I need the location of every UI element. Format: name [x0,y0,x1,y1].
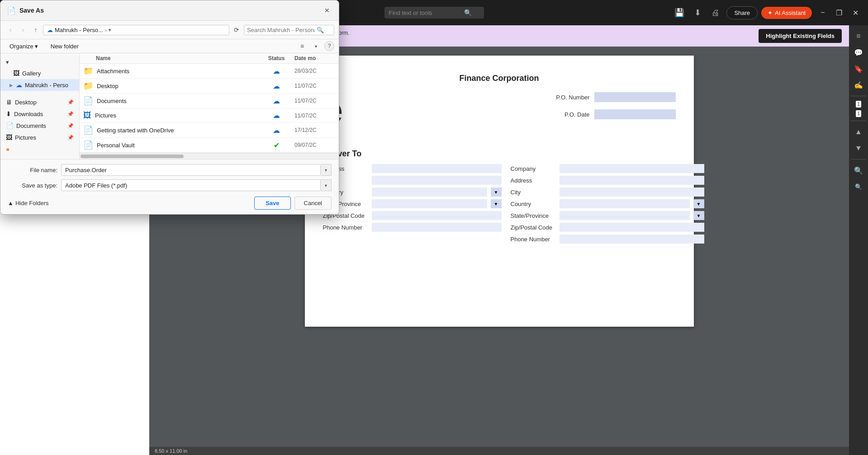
del-address-input[interactable] [560,176,704,185]
nav-item-pictures[interactable]: 🖼 Pictures 📌 [0,131,79,143]
horizontal-scrollbar[interactable] [80,153,339,159]
save-as-dialog[interactable]: 📄 Save As ✕ ‹ › ↑ ☁ Mahrukh - Perso... ›… [0,0,339,215]
file-date-desktop: 11/07/2C [294,83,335,89]
file-row-personal-vault[interactable]: 📄 Personal Vault ✔ 09/07/2C [80,138,339,153]
breadcrumb-dropdown-btn[interactable]: ▾ [109,27,111,33]
file-status-pictures: ☁ [258,111,294,120]
del-city-input[interactable] [560,188,704,197]
scroll-up-icon[interactable]: ▲ [851,125,866,139]
scrollbar-thumb[interactable] [81,155,184,158]
del-phone-row: Phone Number [511,235,704,244]
file-name-desktop: Desktop [97,83,258,89]
po-number-field[interactable] [594,92,676,102]
properties-icon[interactable]: ≡ [851,29,866,43]
mahrukh-label: Mahrukh - Perso [25,82,74,89]
del-state-dropdown-btn[interactable]: ▼ [693,211,704,220]
new-folder-button[interactable]: New folder [46,42,83,51]
bookmarks-icon[interactable]: 🔖 [851,61,866,76]
dialog-title-text: Save As [19,7,318,14]
del-address-row: Address [511,176,704,185]
bill-zip-input[interactable] [372,211,502,220]
highlight-existing-fields-button[interactable]: Highlight Existing Fields [759,29,842,43]
nav-forward-button[interactable]: › [18,24,28,35]
dialog-titlebar: 📄 Save As ✕ [0,0,339,21]
comments-icon[interactable]: 💬 [851,45,866,60]
gallery-icon: 🖼 [13,70,19,77]
file-name-input[interactable] [61,164,321,176]
dialog-search-box[interactable]: 🔍 [244,25,334,35]
state-dropdown-btn[interactable]: ▼ [491,199,502,208]
save-type-dropdown-btn[interactable]: ▾ [321,179,332,191]
dialog-close-button[interactable]: ✕ [322,5,332,16]
dialog-footer-buttons: Save Cancel [254,197,332,210]
country-dropdown-btn[interactable]: ▼ [491,188,502,197]
search-input[interactable] [389,9,461,16]
file-name-attachments: Attachments [97,68,258,75]
breadcrumb-bar: ☁ Mahrukh - Perso... › ▾ [43,25,229,35]
pin-icon-4: 📌 [67,135,74,141]
nav-refresh-button[interactable]: ⟳ [231,24,242,35]
file-name-dropdown-btn[interactable]: ▾ [321,164,332,176]
bill-city-input[interactable] [372,176,502,185]
del-phone-input[interactable] [560,235,704,244]
bill-phone-row: Phone Number [323,223,502,232]
file-status-documents: ☁ [258,97,294,105]
maximize-button[interactable]: ❐ [832,5,846,20]
minimize-button[interactable]: − [816,5,830,20]
del-country-dropdown-btn[interactable]: ▼ [693,199,704,208]
nav-item-downloads[interactable]: ⬇ Downloads 📌 [0,108,79,120]
hide-folders-toggle[interactable]: ▲ Hide Folders [8,198,49,206]
save-cloud-icon[interactable]: 💾 [672,5,687,20]
file-row-documents[interactable]: 📄 Documents ☁ 11/07/2C [80,94,339,108]
download-icon[interactable]: ⬇ [690,5,705,20]
del-state-input[interactable] [560,211,690,220]
view-toggle-button[interactable]: ≡ [297,41,307,51]
bill-phone-input[interactable] [372,223,502,232]
del-country-input[interactable] [560,199,690,208]
nav-item-mahrukh[interactable]: ▶ ☁ Mahrukh - Perso [0,79,79,91]
nav-back-button[interactable]: ‹ [5,24,16,35]
share-button[interactable]: Share [726,6,758,19]
save-button[interactable]: Save [254,197,290,210]
file-row-getting-started[interactable]: 📄 Getting started with OneDrive ☁ 17/12/… [80,123,339,138]
po-date-field[interactable] [594,109,676,119]
po-date-row: P.O. Date [545,109,676,119]
save-type-input[interactable] [61,179,321,191]
bill-state-input[interactable] [372,199,487,208]
dialog-toolbar-row: Organize ▾ New folder ≡ ▾ ? [0,39,339,53]
file-row-pictures[interactable]: 🖼 Pictures ☁ 11/07/2C [80,108,339,123]
search-bar[interactable]: 🔍 [384,7,484,19]
zoom-out-icon[interactable]: 🔍 [851,179,866,194]
phone-label: Phone Number [323,224,368,231]
signatures-icon[interactable]: ✍ [851,78,866,92]
nav-item-documents[interactable]: 📄 Documents 📌 [0,120,79,131]
del-address-label: Address [511,177,556,184]
nav-expand-toggle[interactable]: ▾ [0,57,79,67]
scroll-down-icon[interactable]: ▼ [851,141,866,155]
dialog-search-input[interactable] [247,27,315,33]
bill-address-input[interactable] [372,164,502,173]
nav-up-button[interactable]: ↑ [30,24,41,35]
file-row-attachments[interactable]: 📁 Attachments ☁ 28/03/2C [80,64,339,79]
file-date-personal-vault: 09/07/2C [294,142,335,148]
toolbar-divider-3 [851,159,866,159]
ai-icon: ✦ [768,9,773,16]
nav-item-desktop[interactable]: 🖥 Desktop 📌 [0,96,79,108]
close-button[interactable]: ✕ [848,5,863,20]
bill-country-input[interactable] [372,188,487,197]
cancel-button[interactable]: Cancel [294,197,332,210]
dialog-help-button[interactable]: ? [324,41,334,51]
nav-item-more[interactable]: ● [0,143,79,155]
view-dropdown-button[interactable]: ▾ [311,41,321,51]
zoom-in-icon[interactable]: 🔍 [851,163,866,178]
breadcrumb-cloud-icon: ☁ [47,27,53,33]
nav-item-gallery[interactable]: 🖼 Gallery [0,67,79,79]
file-row-desktop[interactable]: 📁 Desktop ☁ 11/07/2C [80,79,339,94]
del-company-input[interactable] [560,164,704,173]
left-form-col: Address City Country [323,164,502,246]
del-zip-input[interactable] [560,223,704,232]
cloud-icon-documents: ☁ [273,97,280,105]
organize-button[interactable]: Organize ▾ [5,42,43,51]
ai-assistant-button[interactable]: ✦ AI Assistant [761,7,812,19]
print-icon[interactable]: 🖨 [708,5,723,20]
